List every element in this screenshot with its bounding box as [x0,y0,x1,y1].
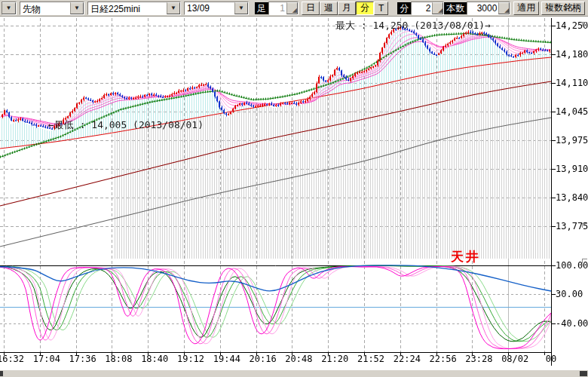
max-price-annotation: 最大 : 14,250 (2013/08/01)→ [335,19,491,32]
price-axis-label: 13,910 [556,164,588,174]
contract-month-select[interactable]: 13/09 ▼ [184,2,249,15]
time-axis-label: 08/02 [501,354,528,364]
instrument-type-value: 先物 [20,2,70,14]
symbol-value: 日経225mini [88,2,167,14]
minute-spinner[interactable]: 2 ◢ [411,2,444,15]
time-axis-label: 23:28 [465,354,492,364]
minute-value: 2 [412,2,432,14]
right-edge-notch [582,22,587,26]
time-axis-label: 19:44 [213,354,240,364]
period-week-button[interactable]: 週 [320,2,338,15]
spinner-grip-icon[interactable]: ◢ [286,2,298,14]
instrument-type-select[interactable]: 先物 ▼ [20,2,84,15]
right-edge-notch [582,259,587,263]
price-axis-label: 13,840 [556,193,588,203]
spinner-grip-icon[interactable]: ◢ [498,2,510,14]
price-axis-label: 14,180 [556,50,588,60]
time-axis-label: 18:40 [141,354,168,364]
chevron-down-icon: ▼ [167,2,180,14]
time-axis-label: 21:52 [357,354,384,364]
spinner-grip-icon[interactable]: ◢ [432,2,443,14]
time-axis-label: 22:24 [394,354,421,364]
multi-symbol-button[interactable]: 複数銘柄 [541,2,585,15]
oscillator-axis-label: 30.00 [556,290,583,299]
time-axis-label: 19:12 [177,354,204,364]
collapsed-combo[interactable]: ▼ [2,2,17,15]
price-chart-canvas[interactable] [0,17,588,369]
time-axis-label: 20:48 [285,354,312,364]
period-day-button[interactable]: 日 [302,2,320,15]
time-axis-label: 21:20 [321,354,348,364]
time-axis-label: 00 [546,354,556,364]
bar-count-value: 3000 [467,2,498,14]
time-axis-label: 17:36 [69,354,96,364]
resize-grip-icon[interactable] [580,371,587,376]
interval-value: 1 [269,2,286,14]
time-axis-label: 17:04 [33,354,60,364]
chart-area: 最大 : 14,250 (2013/08/01)→ ←最低 : 14,005 (… [0,17,588,369]
time-axis-label: 20:16 [250,354,277,364]
time-axis-label: 22:56 [430,354,457,364]
interval-spinner[interactable]: 1 ◢ [268,2,299,15]
chevron-down-icon: ▼ [2,2,16,14]
chevron-down-icon: ▼ [234,2,248,14]
time-axis-label: 18:08 [105,354,132,364]
ceiling-annotation: 天井 [451,248,481,265]
time-axis-label: 16:32 [0,354,24,364]
period-tick-button[interactable]: T [374,2,388,15]
right-edge-notch [582,223,587,228]
bar-count-chip: 本数 [444,2,467,14]
price-axis-label: 14,110 [556,78,588,88]
price-axis-label: 13,975 [556,136,588,146]
bar-count-spinner[interactable]: 3000 ◢ [467,2,510,15]
bottom-strip [0,369,588,377]
min-price-annotation: ←最低 : 14,005 (2013/08/01) [48,118,204,132]
symbol-select[interactable]: 日経225mini ▼ [87,2,181,15]
period-minute-button[interactable]: 分 [356,2,374,15]
price-axis-label: 14,045 [556,107,588,117]
period-month-button[interactable]: 月 [338,2,356,15]
resize-grip-icon[interactable] [0,371,3,376]
bar-type-chip: 足 [255,2,268,14]
oscillator-axis-label: -40.00 [556,319,588,329]
chevron-down-icon: ▼ [70,2,84,14]
apply-button[interactable]: 適用 [513,2,539,15]
contract-month-value: 13/09 [185,2,234,14]
minute-chip: 分 [397,2,411,14]
toolbar: ▼ 先物 ▼ 日経225mini ▼ 13/09 ▼ 足 1 ◢ 日 週 月 分… [0,0,588,17]
chart-window: ▼ 先物 ▼ 日経225mini ▼ 13/09 ▼ 足 1 ◢ 日 週 月 分… [0,0,588,377]
